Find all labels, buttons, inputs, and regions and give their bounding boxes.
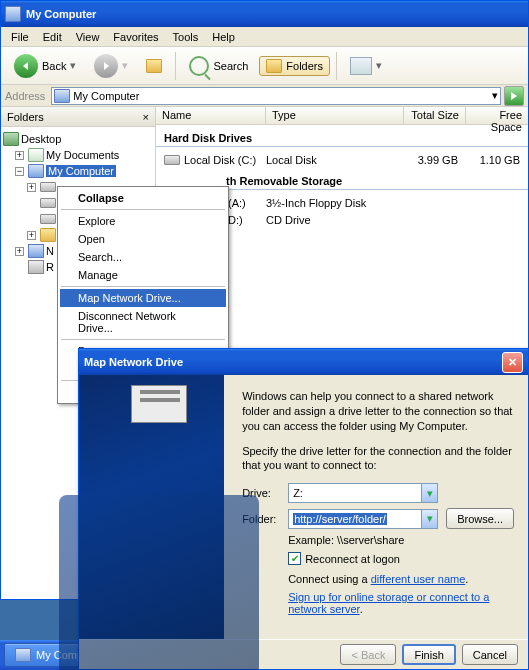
separator xyxy=(175,52,176,80)
search-icon xyxy=(189,56,209,76)
dialog-text: Windows can help you connect to a shared… xyxy=(242,389,514,434)
folders-button[interactable]: Folders xyxy=(259,56,330,76)
folders-label: Folders xyxy=(286,60,323,72)
chevron-down-icon: ▾ xyxy=(122,59,128,72)
address-bar: Address My Computer ▾ xyxy=(1,85,528,107)
col-type[interactable]: Type xyxy=(266,107,404,124)
menu-view[interactable]: View xyxy=(69,29,107,45)
group-header: Hard Disk Drives xyxy=(156,127,528,147)
search-button[interactable]: Search xyxy=(182,53,255,79)
folders-title: Folders xyxy=(7,111,44,123)
toolbar: Back ▾ ▾ Search Folders ▾ xyxy=(1,47,528,85)
documents-icon xyxy=(28,148,44,162)
ctx-search[interactable]: Search... xyxy=(60,248,226,266)
separator xyxy=(61,209,225,210)
drive-value: Z: xyxy=(293,487,303,499)
menu-edit[interactable]: Edit xyxy=(36,29,69,45)
search-label: Search xyxy=(213,60,248,72)
address-value: My Computer xyxy=(73,90,139,102)
example-text: Example: \\server\share xyxy=(288,534,514,546)
drive-select[interactable]: Z: xyxy=(288,483,438,503)
ctx-manage[interactable]: Manage xyxy=(60,266,226,284)
tree-mydocs[interactable]: +My Documents xyxy=(15,147,153,163)
back-button: < Back xyxy=(340,644,396,665)
drive-icon xyxy=(59,495,259,670)
different-user-link[interactable]: different user name xyxy=(371,573,466,585)
window-title: My Computer xyxy=(26,8,96,20)
computer-icon xyxy=(54,89,70,103)
recycle-icon xyxy=(28,260,44,274)
folder-icon xyxy=(266,59,282,73)
col-name[interactable]: Name xyxy=(156,107,266,124)
reconnect-label: Reconnect at logon xyxy=(305,553,400,565)
signup-link[interactable]: Sign up for online storage or connect to… xyxy=(288,591,489,615)
back-label: Back xyxy=(42,60,66,72)
menu-help[interactable]: Help xyxy=(205,29,242,45)
collapse-icon[interactable]: − xyxy=(15,167,24,176)
drive-icon xyxy=(40,198,56,208)
menu-tools[interactable]: Tools xyxy=(166,29,206,45)
close-button[interactable]: ✕ xyxy=(502,352,523,373)
ctx-open[interactable]: Open xyxy=(60,230,226,248)
drive-icon xyxy=(40,214,56,224)
chevron-down-icon xyxy=(421,510,437,528)
reconnect-checkbox[interactable]: ✔ xyxy=(288,552,301,565)
expand-icon[interactable]: + xyxy=(15,151,24,160)
dialog-titlebar[interactable]: Map Network Drive ✕ xyxy=(79,349,528,375)
drive-icon xyxy=(164,155,180,165)
computer-icon xyxy=(5,6,21,22)
close-icon[interactable]: × xyxy=(143,111,149,123)
drive-icon xyxy=(40,182,56,192)
tree-mycomputer[interactable]: −My Computer xyxy=(15,163,153,179)
up-button[interactable] xyxy=(139,56,169,76)
menu-bar: File Edit View Favorites Tools Help xyxy=(1,27,528,47)
folder-value: http://server/folder/ xyxy=(293,513,387,525)
ctx-map-network-drive[interactable]: Map Network Drive... xyxy=(60,289,226,307)
dialog-banner xyxy=(79,375,224,639)
computer-icon xyxy=(28,164,44,178)
col-free[interactable]: Free Space xyxy=(466,107,528,124)
list-item[interactable]: Local Disk (C:) Local Disk 3.99 GB 1.10 … xyxy=(156,151,528,168)
chevron-down-icon xyxy=(421,484,437,502)
separator xyxy=(61,286,225,287)
ctx-disconnect[interactable]: Disconnect Network Drive... xyxy=(60,307,226,337)
ctx-collapse[interactable]: Collapse xyxy=(60,189,226,207)
address-label: Address xyxy=(5,90,45,102)
expand-icon[interactable]: + xyxy=(27,231,36,240)
folder-up-icon xyxy=(146,59,162,73)
separator xyxy=(61,339,225,340)
chevron-down-icon: ▾ xyxy=(376,59,382,72)
ctx-explore[interactable]: Explore xyxy=(60,212,226,230)
drive-icon xyxy=(131,385,187,423)
forward-button[interactable]: ▾ xyxy=(87,51,135,81)
browse-button[interactable]: Browse... xyxy=(446,508,514,529)
map-network-drive-dialog: Map Network Drive ✕ Windows can help you… xyxy=(78,348,529,670)
folder-input[interactable]: http://server/folder/ xyxy=(288,509,438,529)
back-button[interactable]: Back ▾ xyxy=(7,51,83,81)
expand-icon[interactable]: + xyxy=(27,183,36,192)
chevron-down-icon[interactable]: ▾ xyxy=(492,89,498,102)
views-button[interactable]: ▾ xyxy=(343,54,389,78)
forward-icon xyxy=(94,54,118,78)
finish-button[interactable]: Finish xyxy=(402,644,455,665)
menu-favorites[interactable]: Favorites xyxy=(106,29,165,45)
col-total[interactable]: Total Size xyxy=(404,107,466,124)
address-input[interactable]: My Computer ▾ xyxy=(51,87,501,105)
connect-text: Connect using a xyxy=(288,573,371,585)
dialog-text: Specify the drive letter for the connect… xyxy=(242,444,514,474)
separator xyxy=(336,52,337,80)
computer-icon xyxy=(15,648,31,662)
tree-desktop[interactable]: Desktop xyxy=(3,131,153,147)
back-icon xyxy=(14,54,38,78)
menu-file[interactable]: File xyxy=(4,29,36,45)
folder-icon xyxy=(40,228,56,242)
column-headers: Name Type Total Size Free Space xyxy=(156,107,528,125)
go-button[interactable] xyxy=(504,86,524,106)
dialog-title: Map Network Drive xyxy=(84,356,183,368)
cancel-button[interactable]: Cancel xyxy=(462,644,518,665)
chevron-down-icon: ▾ xyxy=(70,59,76,72)
titlebar[interactable]: My Computer xyxy=(1,1,528,27)
expand-icon[interactable]: + xyxy=(15,247,24,256)
views-icon xyxy=(350,57,372,75)
network-icon xyxy=(28,244,44,258)
